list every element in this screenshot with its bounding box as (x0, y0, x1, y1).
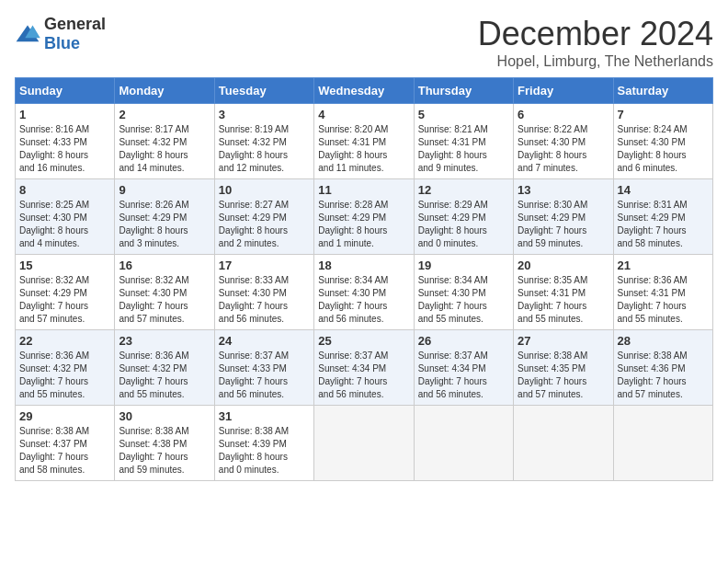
day-number: 10 (219, 183, 310, 197)
day-number: 9 (119, 183, 210, 197)
day-info: Sunrise: 8:17 AMSunset: 4:32 PMDaylight:… (119, 123, 210, 175)
calendar-cell: 30Sunrise: 8:38 AMSunset: 4:38 PMDayligh… (115, 406, 214, 481)
day-number: 24 (219, 334, 310, 348)
day-info: Sunrise: 8:33 AMSunset: 4:30 PMDaylight:… (219, 274, 310, 326)
day-info: Sunrise: 8:32 AMSunset: 4:30 PMDaylight:… (119, 274, 210, 326)
day-info: Sunrise: 8:35 AMSunset: 4:31 PMDaylight:… (518, 274, 609, 326)
calendar-table: Sunday Monday Tuesday Wednesday Thursday… (15, 77, 713, 481)
day-number: 18 (318, 259, 409, 272)
calendar-cell: 28Sunrise: 8:38 AMSunset: 4:36 PMDayligh… (613, 330, 712, 406)
day-info: Sunrise: 8:34 AMSunset: 4:30 PMDaylight:… (318, 274, 409, 326)
day-info: Sunrise: 8:38 AMSunset: 4:37 PMDaylight:… (19, 425, 110, 477)
title-area: December 2024 Hopel, Limburg, The Nether… (478, 15, 713, 70)
calendar-week-5: 29Sunrise: 8:38 AMSunset: 4:37 PMDayligh… (16, 406, 713, 481)
calendar-cell: 23Sunrise: 8:36 AMSunset: 4:32 PMDayligh… (115, 330, 214, 406)
day-number: 29 (19, 409, 110, 423)
col-tuesday: Tuesday (214, 78, 313, 104)
day-number: 12 (418, 183, 509, 197)
day-number: 1 (19, 108, 110, 121)
day-info: Sunrise: 8:30 AMSunset: 4:29 PMDaylight:… (518, 199, 609, 250)
col-wednesday: Wednesday (314, 78, 414, 104)
calendar-cell: 13Sunrise: 8:30 AMSunset: 4:29 PMDayligh… (514, 179, 613, 255)
calendar-cell: 18Sunrise: 8:34 AMSunset: 4:30 PMDayligh… (314, 255, 414, 330)
day-info: Sunrise: 8:38 AMSunset: 4:38 PMDaylight:… (119, 425, 210, 477)
day-info: Sunrise: 8:32 AMSunset: 4:29 PMDaylight:… (19, 274, 110, 326)
day-number: 4 (318, 108, 409, 121)
logo: General Blue (15, 15, 106, 53)
calendar-week-1: 1Sunrise: 8:16 AMSunset: 4:33 PMDaylight… (16, 104, 713, 179)
calendar-cell: 26Sunrise: 8:37 AMSunset: 4:34 PMDayligh… (414, 330, 513, 406)
day-number: 15 (19, 259, 110, 272)
day-number: 13 (518, 183, 609, 197)
day-info: Sunrise: 8:19 AMSunset: 4:32 PMDaylight:… (219, 123, 310, 175)
day-info: Sunrise: 8:38 AMSunset: 4:39 PMDaylight:… (219, 425, 310, 477)
day-number: 27 (518, 334, 609, 348)
calendar-cell: 10Sunrise: 8:27 AMSunset: 4:29 PMDayligh… (214, 179, 313, 255)
calendar-cell: 17Sunrise: 8:33 AMSunset: 4:30 PMDayligh… (214, 255, 313, 330)
calendar-cell: 31Sunrise: 8:38 AMSunset: 4:39 PMDayligh… (214, 406, 313, 481)
logo-general: General (44, 15, 106, 33)
calendar-cell: 6Sunrise: 8:22 AMSunset: 4:30 PMDaylight… (514, 104, 613, 179)
calendar-cell: 4Sunrise: 8:20 AMSunset: 4:31 PMDaylight… (314, 104, 414, 179)
calendar-cell (314, 406, 414, 481)
col-monday: Monday (115, 78, 214, 104)
day-info: Sunrise: 8:38 AMSunset: 4:35 PMDaylight:… (518, 350, 609, 401)
day-number: 3 (219, 108, 310, 121)
day-number: 11 (318, 183, 409, 197)
calendar-cell: 29Sunrise: 8:38 AMSunset: 4:37 PMDayligh… (16, 406, 115, 481)
calendar-cell (414, 406, 513, 481)
day-info: Sunrise: 8:36 AMSunset: 4:32 PMDaylight:… (119, 350, 210, 401)
day-info: Sunrise: 8:36 AMSunset: 4:31 PMDaylight:… (618, 274, 709, 326)
day-info: Sunrise: 8:16 AMSunset: 4:33 PMDaylight:… (19, 123, 110, 175)
day-number: 22 (19, 334, 110, 348)
day-number: 21 (618, 259, 709, 272)
day-number: 14 (618, 183, 709, 197)
day-info: Sunrise: 8:37 AMSunset: 4:33 PMDaylight:… (219, 350, 310, 401)
logo-icon (15, 24, 40, 44)
calendar-cell: 21Sunrise: 8:36 AMSunset: 4:31 PMDayligh… (613, 255, 712, 330)
calendar-cell: 5Sunrise: 8:21 AMSunset: 4:31 PMDaylight… (414, 104, 513, 179)
col-thursday: Thursday (414, 78, 513, 104)
day-info: Sunrise: 8:26 AMSunset: 4:29 PMDaylight:… (119, 199, 210, 250)
col-friday: Friday (514, 78, 613, 104)
day-number: 7 (618, 108, 709, 121)
logo-text: General Blue (44, 15, 106, 53)
day-info: Sunrise: 8:27 AMSunset: 4:29 PMDaylight:… (219, 199, 310, 250)
day-number: 30 (119, 409, 210, 423)
day-info: Sunrise: 8:24 AMSunset: 4:30 PMDaylight:… (618, 123, 709, 175)
day-info: Sunrise: 8:25 AMSunset: 4:30 PMDaylight:… (19, 199, 110, 250)
col-saturday: Saturday (613, 78, 712, 104)
day-number: 23 (119, 334, 210, 348)
calendar-cell: 12Sunrise: 8:29 AMSunset: 4:29 PMDayligh… (414, 179, 513, 255)
day-number: 17 (219, 259, 310, 272)
day-info: Sunrise: 8:28 AMSunset: 4:29 PMDaylight:… (318, 199, 409, 250)
day-number: 28 (618, 334, 709, 348)
calendar-header-row: Sunday Monday Tuesday Wednesday Thursday… (16, 78, 713, 104)
calendar-cell: 25Sunrise: 8:37 AMSunset: 4:34 PMDayligh… (314, 330, 414, 406)
day-info: Sunrise: 8:38 AMSunset: 4:36 PMDaylight:… (618, 350, 709, 401)
day-number: 6 (518, 108, 609, 121)
calendar-cell: 2Sunrise: 8:17 AMSunset: 4:32 PMDaylight… (115, 104, 214, 179)
day-number: 20 (518, 259, 609, 272)
day-info: Sunrise: 8:22 AMSunset: 4:30 PMDaylight:… (518, 123, 609, 175)
calendar-cell (514, 406, 613, 481)
calendar-cell: 8Sunrise: 8:25 AMSunset: 4:30 PMDaylight… (16, 179, 115, 255)
calendar-week-3: 15Sunrise: 8:32 AMSunset: 4:29 PMDayligh… (16, 255, 713, 330)
day-info: Sunrise: 8:37 AMSunset: 4:34 PMDaylight:… (418, 350, 509, 401)
day-info: Sunrise: 8:29 AMSunset: 4:29 PMDaylight:… (418, 199, 509, 250)
day-number: 5 (418, 108, 509, 121)
calendar-cell: 22Sunrise: 8:36 AMSunset: 4:32 PMDayligh… (16, 330, 115, 406)
logo-blue: Blue (44, 34, 80, 52)
day-info: Sunrise: 8:36 AMSunset: 4:32 PMDaylight:… (19, 350, 110, 401)
calendar-cell: 24Sunrise: 8:37 AMSunset: 4:33 PMDayligh… (214, 330, 313, 406)
calendar-cell: 27Sunrise: 8:38 AMSunset: 4:35 PMDayligh… (514, 330, 613, 406)
day-number: 16 (119, 259, 210, 272)
calendar-cell (613, 406, 712, 481)
calendar-cell: 1Sunrise: 8:16 AMSunset: 4:33 PMDaylight… (16, 104, 115, 179)
day-number: 26 (418, 334, 509, 348)
day-number: 31 (219, 409, 310, 423)
header: General Blue December 2024 Hopel, Limbur… (15, 15, 713, 70)
location-title: Hopel, Limburg, The Netherlands (478, 53, 713, 70)
day-number: 25 (318, 334, 409, 348)
day-number: 8 (19, 183, 110, 197)
